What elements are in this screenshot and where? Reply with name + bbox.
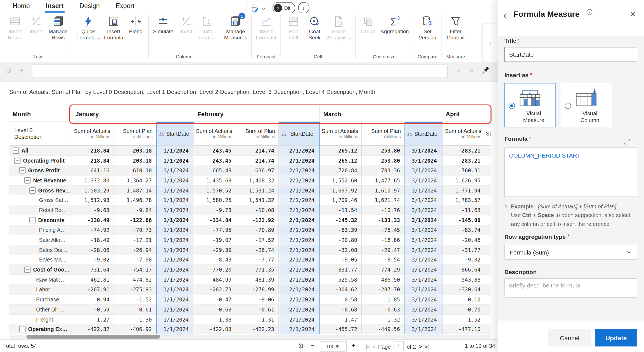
cell[interactable]: 1,570.52	[194, 185, 236, 195]
cell[interactable]: 218.84	[72, 156, 114, 165]
row-header-cell[interactable]: All	[9, 146, 72, 155]
cell[interactable]: -122.86	[114, 215, 157, 225]
formula-cell[interactable]: 3/1/2024	[405, 235, 442, 245]
cell[interactable]: 636.97	[236, 166, 279, 175]
formula-cell[interactable]: 2/1/2024	[279, 176, 320, 185]
cell[interactable]: 1,496.78	[114, 196, 157, 205]
cell[interactable]: -18.86	[362, 235, 405, 245]
cell[interactable]: -9.02	[72, 255, 114, 265]
cell[interactable]: -422.03	[194, 325, 236, 334]
cell[interactable]: -8.54	[362, 255, 405, 265]
cell[interactable]: 214.74	[236, 146, 279, 155]
row-header-cell[interactable]: Gross Sal…	[9, 196, 72, 205]
table-row[interactable]: Raw Mate…-462.81-474.821/1/2024-484.99-4…	[9, 275, 491, 285]
formula-cell[interactable]: 2/1/2024	[279, 215, 320, 225]
cell[interactable]: -406.92	[114, 325, 157, 334]
cell[interactable]: -74.92	[72, 225, 114, 235]
formula-cell[interactable]: 3/1/2024	[405, 225, 442, 235]
manage-measures-button[interactable]: 1ManageMeasures	[224, 14, 247, 41]
formula-cell[interactable]: 2/1/2024	[279, 275, 320, 284]
collapse-icon[interactable]	[24, 177, 31, 184]
cancel-icon[interactable]: ✕	[469, 67, 475, 75]
formula-cell[interactable]: 1/1/2024	[157, 285, 194, 294]
row-header-cell[interactable]: Sales Dis…	[9, 245, 72, 255]
table-row[interactable]: Purchase …0.94-1.521/1/2024-0.47-9.062/1…	[9, 295, 491, 305]
cell[interactable]: -0.59	[72, 305, 114, 314]
cell[interactable]: 1,503.29	[72, 185, 114, 195]
cell[interactable]: -0.63	[194, 305, 236, 314]
formula-cell[interactable]: 1/1/2024	[157, 185, 194, 195]
formula-cell[interactable]: 3/1/2024	[405, 185, 442, 195]
cell[interactable]: 703.36	[362, 166, 405, 175]
aggregation-button[interactable]: Aggregation	[380, 14, 409, 35]
cell[interactable]: -831.77	[320, 265, 362, 274]
formula-cell[interactable]: 3/1/2024	[405, 315, 442, 324]
cell[interactable]: -70.73	[114, 225, 157, 235]
info-icon[interactable]: i	[298, 2, 310, 14]
formula-cell[interactable]: 2/1/2024	[279, 185, 320, 195]
cell[interactable]: 243.45	[194, 156, 236, 165]
cell[interactable]: -0.47	[194, 295, 236, 304]
row-header-cell[interactable]: Purchase …	[9, 295, 72, 304]
collapse-icon[interactable]	[19, 326, 26, 332]
cell[interactable]: 1,364.27	[114, 176, 157, 185]
cell[interactable]: -0.63	[362, 305, 405, 314]
cell[interactable]: 214.74	[236, 156, 279, 165]
cell[interactable]: -7.77	[236, 255, 279, 265]
formula-cell[interactable]: 3/1/2024	[405, 166, 442, 175]
cell[interactable]: -28.06	[72, 245, 114, 255]
cell[interactable]: -278.99	[236, 285, 279, 294]
month-header[interactable]: March	[320, 106, 442, 122]
set-version-button[interactable]: SetVersion	[419, 14, 436, 41]
cell[interactable]: -267.91	[72, 285, 114, 294]
row-header-cell[interactable]: Operating Profit	[9, 156, 72, 165]
formula-cell[interactable]: 2/1/2024	[279, 255, 320, 265]
cell[interactable]: -525.58	[320, 275, 362, 284]
row-header-cell[interactable]: Raw Mate…	[9, 275, 72, 284]
cell[interactable]: -0.61	[114, 305, 157, 314]
table-row[interactable]: Pricing A…-74.92-70.731/1/2024-77.95-70.…	[9, 225, 491, 235]
tab-export[interactable]: Export	[115, 0, 135, 13]
formula-cell[interactable]: 1/1/2024	[157, 166, 194, 175]
cell[interactable]: -477.10	[442, 325, 485, 334]
insert-formula-button[interactable]: InsertFormula	[104, 14, 123, 41]
table-row[interactable]: Operating Ex…-422.32-406.921/1/2024-422.…	[9, 325, 491, 335]
cell[interactable]: 1,709.46	[320, 196, 362, 205]
cell[interactable]: 665.48	[194, 166, 236, 175]
cell[interactable]: -130.49	[72, 215, 114, 225]
tab-home[interactable]: Home	[12, 0, 31, 13]
confirm-icon[interactable]: ✓	[457, 67, 462, 75]
table-row[interactable]: Operating Profit218.84203.181/1/2024243.…	[9, 156, 491, 166]
cell[interactable]: -19.07	[194, 235, 236, 245]
last-page-button[interactable]: >|	[425, 344, 428, 350]
collapse-icon[interactable]	[19, 167, 26, 174]
formula-cell[interactable]: 1/1/2024	[157, 245, 194, 255]
quick-formula-icon[interactable]	[18, 67, 25, 75]
cell[interactable]: 1,610.97	[362, 185, 405, 195]
measure-header[interactable]: Sum of Actualsin Millions	[194, 122, 236, 146]
month-header[interactable]: January	[72, 106, 194, 122]
cell[interactable]: -9.73	[194, 205, 236, 215]
previous-page-button[interactable]: <	[372, 344, 375, 350]
cell[interactable]: -31.77	[442, 245, 485, 255]
formula-cell[interactable]: 1/1/2024	[157, 325, 194, 334]
row-header-cell[interactable]: Pricing A…	[9, 225, 72, 235]
expand-formula-icon[interactable]	[624, 138, 630, 147]
table-row[interactable]: All218.84203.181/1/2024243.45214.742/1/2…	[9, 146, 491, 156]
cell[interactable]: -0.68	[320, 305, 362, 314]
ribbon-expand-button[interactable]: ›	[482, 23, 499, 63]
cell[interactable]: 203.18	[114, 156, 157, 165]
row-header-cell[interactable]: Other Dir…	[9, 305, 72, 314]
table-row[interactable]: Net Revenue1,372.801,364.271/1/20241,435…	[9, 176, 491, 186]
cell[interactable]: -462.81	[72, 275, 114, 284]
formula-cell[interactable]: 3/1/2024	[405, 275, 442, 284]
collapse-icon[interactable]	[29, 217, 36, 223]
cell[interactable]: -455.72	[320, 325, 362, 334]
cell[interactable]: -770.20	[194, 265, 236, 274]
goal-seek-button[interactable]: GoalSeek	[306, 14, 323, 41]
formula-cell[interactable]: 1/1/2024	[157, 156, 194, 165]
formula-cell[interactable]: 2/1/2024	[279, 245, 320, 255]
cell[interactable]: -422.23	[236, 325, 279, 334]
formula-cell[interactable]: 3/1/2024	[405, 265, 442, 274]
cell[interactable]: -145.00	[442, 215, 485, 225]
